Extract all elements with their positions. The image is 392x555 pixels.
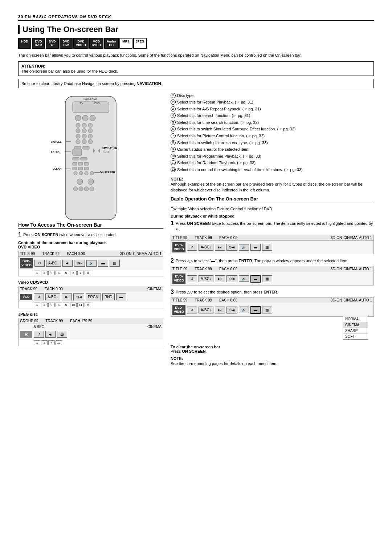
num-2: 2: [171, 100, 176, 105]
step3-dvd-label: DVD-VIDEO: [172, 305, 185, 315]
vcd-btn-picture[interactable]: ▬: [116, 293, 126, 300]
item-10-text: Select this for Programme Playback. (☞ p…: [177, 153, 261, 160]
dvd-num-5: 5: [63, 271, 69, 275]
dvd-auto1: AUTO 1: [148, 252, 162, 256]
vcd-btn-search[interactable]: ⊙⏭: [73, 293, 84, 300]
basic-step3: 3 Press △▽ to select the desired option,…: [171, 289, 374, 295]
s1-btn-repeat[interactable]: ↺: [187, 244, 197, 251]
s3-btn-search[interactable]: ⊙⏭: [226, 307, 237, 313]
disc-icon-mp3: MP3: [119, 38, 132, 49]
item-1-text: Disc type.: [177, 93, 195, 99]
page-header: 30 EN BASIC OPERATIONS ON DVD DECK: [18, 15, 374, 21]
svg-text:ON SCREEN: ON SCREEN: [100, 171, 115, 174]
jpeg-num-2: 2: [41, 340, 48, 345]
s2-btn-ab[interactable]: A-BC↓: [199, 275, 213, 282]
s2-btn-surround[interactable]: 🔊: [239, 275, 249, 282]
right-column: 1 Disc type. 2 Select this for Repeat Pl…: [171, 93, 374, 541]
num-11: 11: [171, 160, 176, 165]
s3-btn-skip[interactable]: ⏭: [215, 307, 225, 313]
s2-btn-picture-highlighted[interactable]: ▬: [250, 275, 261, 283]
num-4: 4: [171, 113, 176, 118]
popup-cinema[interactable]: CINEMA: [343, 322, 368, 328]
list-item-1: 1 Disc type.: [171, 93, 374, 99]
svg-rect-26: [73, 149, 82, 155]
s1-btn-ab[interactable]: A-BC↓: [199, 244, 213, 251]
vcd-svcd-label: Video CD/SVCD: [18, 280, 48, 284]
attention-title: ATTENTION:: [21, 64, 371, 68]
dvd-btn-search[interactable]: ⊙⏭: [74, 260, 85, 267]
clear-text: Press ON SCREEN.: [171, 349, 374, 353]
nav-note-box: Be sure to clear Library Database Naviga…: [18, 79, 374, 88]
vcd-btn-rnd[interactable]: RND: [102, 293, 115, 300]
svg-point-50: [79, 187, 83, 191]
num-9: 9: [171, 147, 176, 152]
s2-btn-repeat[interactable]: ↺: [187, 275, 197, 282]
basic-step2-num: 2: [171, 258, 174, 264]
vcd-btn-ab[interactable]: A-BC↓: [45, 293, 60, 300]
s3-btn-repeat[interactable]: ↺: [187, 307, 197, 313]
vcd-btn-repeat[interactable]: ↺: [34, 293, 44, 300]
s3-btn-picture-highlighted[interactable]: ▬: [250, 306, 261, 314]
jpeg-num-4: 4: [48, 340, 55, 345]
jpeg-btn-skip[interactable]: ⏭: [45, 331, 56, 338]
s1-btn-search[interactable]: ⊙⏭: [226, 244, 237, 251]
popup-sharp[interactable]: SHARP: [343, 328, 368, 334]
step3-osb-body: DVD-VIDEO ↺ A-BC↓ ⏭ ⊙⏭ 🔊 ▬ ▦: [171, 303, 373, 316]
dvd-osb-track: TRACK 99: [42, 252, 60, 256]
dvd-3don: 3D-ON: [120, 252, 131, 256]
note-title-2: NOTE:: [171, 356, 374, 361]
dvd-video-label: DVD VIDEO: [18, 245, 40, 249]
svg-point-14: [76, 134, 80, 138]
s1-btn-source[interactable]: ▦: [262, 244, 272, 251]
step3-osb-header: TITLE 99 TRACK 99 EACH 0:00 3D-ON CINEMA…: [171, 297, 373, 303]
num-7: 7: [171, 133, 176, 138]
s2-btn-source[interactable]: ▦: [262, 275, 272, 282]
s2-cinema: CINEMA: [343, 267, 358, 271]
jpeg-btn-repeat[interactable]: ↺: [34, 331, 44, 338]
dvd-btn-source[interactable]: ▦: [110, 260, 120, 267]
page-num: 30: [18, 15, 23, 19]
vcd-btn-prgm[interactable]: PRGM: [86, 293, 101, 300]
s3-btn-surround[interactable]: 🔊: [239, 307, 249, 313]
list-item-9: 9 Current status area for the selected i…: [171, 146, 374, 153]
dvd-btn-ab[interactable]: A-BC↓: [46, 260, 61, 267]
jpeg-btn-slide[interactable]: 🖼: [57, 331, 67, 338]
svg-text:CABLE/SAT: CABLE/SAT: [83, 98, 98, 100]
jpeg-osb-track: TRACK 99: [45, 319, 63, 323]
dvd-btn-skip[interactable]: ⏭: [62, 260, 73, 267]
dvd-btn-repeat[interactable]: ↺: [34, 260, 45, 267]
disc-icon-jpeg: JPEG: [133, 38, 147, 49]
vcd-num-5: 5: [63, 303, 69, 307]
dvd-btn-surround[interactable]: 🔊: [86, 260, 97, 267]
jpeg-osb-each: EACH 179:59: [70, 319, 92, 323]
dvd-btn-picture[interactable]: ▬: [98, 260, 108, 267]
vcd-btn-skip[interactable]: ⏭: [62, 293, 72, 300]
svg-point-42: [79, 171, 83, 175]
popup-normal[interactable]: NORMAL: [343, 316, 368, 322]
num-10: 10: [171, 154, 176, 159]
s3-3don: 3D-ON: [331, 298, 342, 302]
svg-point-12: [82, 129, 86, 133]
s2-btn-skip[interactable]: ⏭: [215, 275, 225, 282]
disc-icon-dvdvideo: DVDVIDEO: [73, 38, 89, 49]
s2-btn-search[interactable]: ⊙⏭: [226, 275, 237, 282]
s1-btn-surround[interactable]: 🔊: [239, 244, 249, 251]
jpeg-osb-header: GROUP 99 TRACK 99 EACH 179:59: [19, 318, 163, 324]
jpeg-osb-body: R ↺ ⏭ 🖼: [19, 329, 163, 340]
basic-step2: 2 Press ◁▷ to select "▬", then press ENT…: [171, 258, 374, 264]
disc-icon-vcdsvcd: VCDSVCD: [89, 38, 103, 49]
jpeg-label: JPEG disc: [18, 312, 38, 316]
vcd-osb-each: EACH 0:00: [45, 287, 63, 291]
s1-btn-skip[interactable]: ⏭: [215, 244, 225, 251]
s3-btn-ab[interactable]: A-BC↓: [199, 307, 213, 313]
step2-osb-body: DVD-VIDEO ↺ A-BC↓ ⏭ ⊙⏭ 🔊 ▬ ▦: [171, 272, 373, 285]
note-box-1: NOTE: Although examples of the on-screen…: [171, 177, 374, 193]
num-5: 5: [171, 120, 176, 125]
popup-soft[interactable]: SOFT: [343, 334, 368, 339]
s3-btn-source[interactable]: ▦: [262, 307, 272, 313]
step1-osb: TITLE 99 TRACK 99 EACH 0:00 3D-ON CINEMA…: [171, 235, 374, 254]
jpeg-osb-sub-header: 5 SEC. CINEMA: [19, 324, 163, 329]
s1-btn-picture[interactable]: ▬: [250, 244, 261, 251]
basic-step1: 1 Press ON SCREEN twice to access the on…: [171, 220, 374, 232]
svg-point-51: [84, 187, 89, 191]
